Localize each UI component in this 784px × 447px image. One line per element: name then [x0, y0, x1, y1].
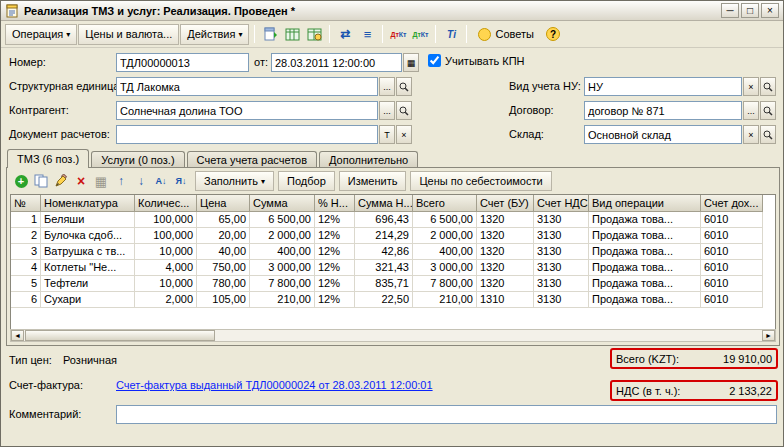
- column-header[interactable]: Количес...: [135, 195, 197, 212]
- cell[interactable]: 12%: [315, 276, 355, 292]
- cell[interactable]: Беляши: [41, 212, 135, 228]
- cell[interactable]: 1320: [477, 212, 534, 228]
- tax-postings-button[interactable]: ДтКт: [409, 24, 431, 45]
- cell[interactable]: 100,000: [135, 212, 197, 228]
- cell[interactable]: 12%: [315, 228, 355, 244]
- scrollbar-thumb[interactable]: [25, 330, 215, 341]
- cell[interactable]: 4,000: [135, 260, 197, 276]
- magnifier-icon[interactable]: [760, 125, 776, 144]
- cell[interactable]: 3130: [534, 292, 589, 308]
- cell[interactable]: 6 500,00: [250, 212, 315, 228]
- cell[interactable]: 400,00: [413, 244, 477, 260]
- table-row[interactable]: 3Ватрушка с тв...10,00040,00400,0012%42,…: [11, 244, 775, 260]
- cell[interactable]: Котлеты "Не...: [41, 260, 135, 276]
- table-row[interactable]: 5Тефтели10,000780,007 800,0012%835,717 8…: [11, 276, 775, 292]
- column-header[interactable]: Цена: [197, 195, 250, 212]
- cell[interactable]: 22,50: [355, 292, 413, 308]
- cell[interactable]: 65,00: [197, 212, 250, 228]
- tab-services[interactable]: Услуги (0 поз.): [91, 151, 184, 168]
- cell[interactable]: 7 800,00: [413, 276, 477, 292]
- cell[interactable]: 214,29: [355, 228, 413, 244]
- column-header[interactable]: Счет НДС: [534, 195, 589, 212]
- prices-currency-button[interactable]: Цены и валюта...: [78, 24, 179, 45]
- cell[interactable]: Сухари: [41, 292, 135, 308]
- tab-additional[interactable]: Дополнительно: [319, 151, 418, 168]
- table-row[interactable]: 6Сухари2,000105,00210,0012%22,50210,0013…: [11, 292, 775, 308]
- warehouse-input[interactable]: [584, 125, 742, 144]
- cell[interactable]: 3: [11, 244, 41, 260]
- cell[interactable]: 6010: [701, 212, 763, 228]
- accounting-postings-button[interactable]: ДтКт: [387, 24, 409, 45]
- clear-icon[interactable]: ×: [743, 125, 759, 144]
- cost-prices-button[interactable]: Цены по себестоимости: [410, 171, 551, 191]
- enter-on-basis-button[interactable]: [259, 24, 281, 45]
- date-input[interactable]: [271, 53, 402, 72]
- pick-button[interactable]: Подбор: [278, 171, 335, 191]
- cell[interactable]: 3130: [534, 260, 589, 276]
- sort-asc-button[interactable]: А↓: [151, 171, 171, 191]
- cell[interactable]: 6010: [701, 292, 763, 308]
- cell[interactable]: 2,000: [135, 292, 197, 308]
- counterparty-input[interactable]: [116, 101, 378, 120]
- cell[interactable]: 100,000: [135, 228, 197, 244]
- tab-tmz[interactable]: ТМЗ (6 поз.): [7, 149, 89, 168]
- cell[interactable]: 3130: [534, 212, 589, 228]
- cell[interactable]: Продажа това...: [589, 212, 701, 228]
- cell[interactable]: 2 000,00: [413, 228, 477, 244]
- clear-icon[interactable]: ×: [396, 125, 412, 144]
- table-row[interactable]: 2Булочка сдоб...100,00020,002 000,0012%2…: [11, 228, 775, 244]
- cell[interactable]: 1: [11, 212, 41, 228]
- comment-input[interactable]: [116, 405, 777, 424]
- column-header[interactable]: №: [11, 195, 41, 212]
- cell[interactable]: 3130: [534, 244, 589, 260]
- cell[interactable]: 3 000,00: [250, 260, 315, 276]
- cell[interactable]: 3 000,00: [413, 260, 477, 276]
- cell[interactable]: Продажа това...: [589, 260, 701, 276]
- minimize-button[interactable]: ─: [721, 3, 739, 18]
- cell[interactable]: 42,86: [355, 244, 413, 260]
- column-header[interactable]: Счет (БУ): [477, 195, 534, 212]
- cell[interactable]: 6010: [701, 228, 763, 244]
- related-documents-button[interactable]: ≡: [356, 24, 378, 45]
- cell[interactable]: Тефтели: [41, 276, 135, 292]
- cell[interactable]: Продажа това...: [589, 276, 701, 292]
- cell[interactable]: 400,00: [250, 244, 315, 260]
- ellipsis-icon[interactable]: ...: [743, 101, 759, 120]
- cell[interactable]: 1310: [477, 292, 534, 308]
- change-button[interactable]: Изменить: [339, 171, 407, 191]
- magnifier-icon[interactable]: [396, 101, 412, 120]
- magnifier-icon[interactable]: [760, 101, 776, 120]
- cell[interactable]: 40,00: [197, 244, 250, 260]
- cell[interactable]: 1320: [477, 276, 534, 292]
- operation-menu-button[interactable]: Операция ▾: [5, 24, 77, 45]
- document-movements-button[interactable]: ⇄: [334, 24, 356, 45]
- actions-menu-button[interactable]: Действия ▾: [180, 24, 249, 45]
- edit-row-button[interactable]: [51, 171, 71, 191]
- cell[interactable]: 2: [11, 228, 41, 244]
- cell[interactable]: 10,000: [135, 276, 197, 292]
- clear-icon[interactable]: ×: [743, 77, 759, 96]
- cell[interactable]: 6010: [701, 276, 763, 292]
- cell[interactable]: 6010: [701, 260, 763, 276]
- cell[interactable]: 780,00: [197, 276, 250, 292]
- cell[interactable]: Булочка сдоб...: [41, 228, 135, 244]
- kpn-checkbox[interactable]: [428, 54, 441, 67]
- fill-button[interactable]: Заполнить ▾: [195, 171, 274, 191]
- maximize-button[interactable]: □: [741, 3, 759, 18]
- column-header[interactable]: Сумма: [250, 195, 315, 212]
- table-row[interactable]: 4Котлеты "Не...4,000750,003 000,0012%321…: [11, 260, 775, 276]
- cell[interactable]: Продажа това...: [589, 228, 701, 244]
- copy-row-button[interactable]: [31, 171, 51, 191]
- horizontal-scrollbar[interactable]: ◄ ►: [10, 329, 776, 342]
- column-header[interactable]: Всего: [413, 195, 477, 212]
- cell[interactable]: 12%: [315, 212, 355, 228]
- ellipsis-icon[interactable]: ...: [379, 101, 395, 120]
- cell[interactable]: 20,00: [197, 228, 250, 244]
- invoice-link[interactable]: Счет-фактура выданный ТДЛ00000024 от 28.…: [116, 379, 433, 391]
- help-button[interactable]: ?: [542, 24, 564, 45]
- calendar-icon[interactable]: ▦: [403, 53, 419, 72]
- cell[interactable]: 1320: [477, 260, 534, 276]
- settlement-input[interactable]: [116, 125, 378, 144]
- cell[interactable]: 1320: [477, 228, 534, 244]
- cell[interactable]: 4: [11, 260, 41, 276]
